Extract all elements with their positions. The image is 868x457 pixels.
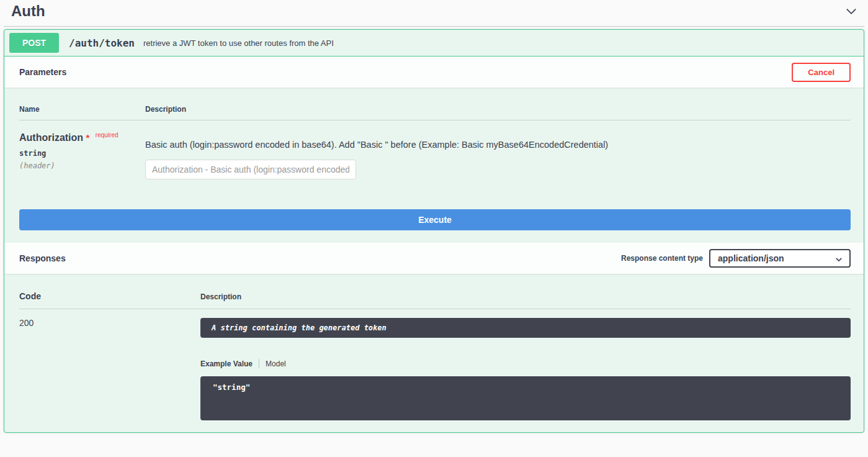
operation-summary[interactable]: POST /auth/token retrieve a JWT token to… xyxy=(4,30,864,57)
parameter-row: Authorization * required string (header)… xyxy=(19,132,851,179)
example-model-tabs: Example Value Model xyxy=(200,359,851,368)
responses-table: Code Description 200 A string containing… xyxy=(4,274,864,432)
column-header-code: Code xyxy=(19,291,200,301)
chevron-down-icon xyxy=(844,11,858,20)
tab-model[interactable]: Model xyxy=(266,360,286,368)
tag-title: Auth xyxy=(11,2,45,20)
section-collapse-button[interactable] xyxy=(843,3,859,19)
tab-separator xyxy=(259,359,259,368)
parameter-description-cell: Basic auth (login:password encoded in ba… xyxy=(145,132,851,179)
response-code: 200 xyxy=(19,318,200,420)
opblock-post-auth-token: POST /auth/token retrieve a JWT token to… xyxy=(4,29,864,433)
response-content-type-select[interactable]: application/json xyxy=(709,249,851,268)
cancel-button[interactable]: Cancel xyxy=(792,63,851,82)
column-header-name: Name xyxy=(19,105,145,114)
response-description: A string containing the generated token xyxy=(200,318,851,338)
authorization-input[interactable] xyxy=(145,160,356,179)
tab-example-value[interactable]: Example Value xyxy=(200,360,253,368)
execute-button[interactable]: Execute xyxy=(19,209,851,230)
response-description-cell: A string containing the generated token … xyxy=(200,318,851,420)
column-header-description: Description xyxy=(200,292,241,301)
responses-section-header: Responses Response content type applicat… xyxy=(4,243,864,274)
parameters-table-head: Name Description xyxy=(19,105,851,120)
column-header-description: Description xyxy=(145,105,186,114)
operation-summary-text: retrieve a JWT token to use other routes… xyxy=(143,38,334,48)
response-content-type-label: Response content type xyxy=(621,254,703,263)
response-content-type-value: application/json xyxy=(718,253,784,263)
tag-section-header: Auth xyxy=(4,0,864,27)
parameter-description: Basic auth (login:password encoded in ba… xyxy=(145,140,851,150)
parameter-location: (header) xyxy=(19,161,145,170)
execute-wrapper: Execute xyxy=(4,204,864,243)
response-row: 200 A string containing the generated to… xyxy=(19,318,851,420)
response-content-type-group: Response content type application/json xyxy=(621,249,851,268)
parameters-section-header: Parameters Cancel xyxy=(4,57,864,88)
swagger-operations-wrapper: Auth POST /auth/token retrieve a JWT tok… xyxy=(0,0,868,433)
parameter-type: string xyxy=(19,149,145,158)
parameter-name-cell: Authorization * required string (header) xyxy=(19,132,145,179)
response-example-value: "string" xyxy=(200,376,851,420)
parameters-title: Parameters xyxy=(19,67,66,77)
required-asterisk: * xyxy=(86,132,90,143)
responses-title: Responses xyxy=(19,253,66,263)
operation-path: /auth/token xyxy=(69,37,135,49)
method-badge: POST xyxy=(9,33,59,53)
parameter-name: Authorization xyxy=(19,132,83,143)
required-label: required xyxy=(96,132,119,138)
responses-table-head: Code Description xyxy=(19,291,851,309)
parameters-table: Name Description Authorization * require… xyxy=(4,88,864,204)
